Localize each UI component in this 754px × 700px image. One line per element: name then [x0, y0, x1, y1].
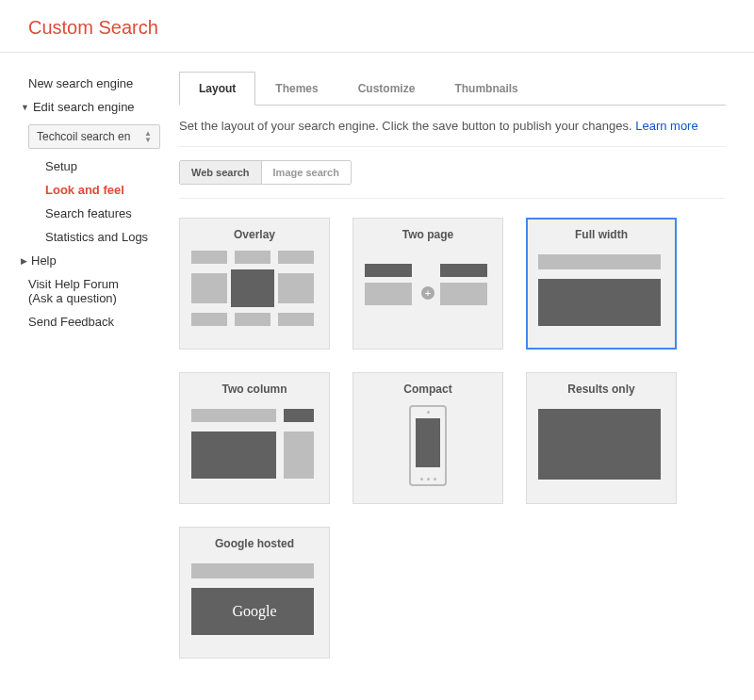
layout-overlay[interactable]: Overlay — [179, 218, 330, 350]
layout-title: Full width — [538, 228, 664, 241]
tab-customize[interactable]: Customize — [338, 72, 435, 106]
layout-compact[interactable]: Compact — [352, 372, 503, 504]
layout-title: Two page — [365, 228, 491, 241]
preview-overlay — [191, 251, 318, 335]
subtab-image-search[interactable]: Image search — [261, 161, 351, 184]
description: Set the layout of your search engine. Cl… — [179, 106, 726, 147]
layout-title: Google hosted — [191, 537, 318, 550]
subtabs: Web search Image search — [179, 160, 352, 185]
sidebar-help[interactable]: ▶ Help — [0, 249, 170, 272]
google-logo: Google — [232, 603, 276, 620]
plus-icon: + — [421, 286, 434, 300]
preview-google-hosted: Google — [191, 560, 318, 644]
sidebar-search-features[interactable]: Search features — [0, 202, 170, 225]
triangle-right-icon: ▶ — [21, 256, 27, 266]
layout-google-hosted[interactable]: Google hosted Google — [179, 527, 330, 659]
tabs: Layout Themes Customize Thumbnails — [179, 72, 726, 106]
tab-thumbnails[interactable]: Thumbnails — [434, 72, 537, 106]
sidebar-edit-label: Edit search engine — [33, 100, 135, 114]
preview-two-page: + — [365, 251, 491, 335]
preview-compact — [365, 405, 491, 490]
layout-full-width[interactable]: Full width — [526, 218, 677, 350]
layout-two-page[interactable]: Two page + — [352, 218, 503, 350]
layout-title: Compact — [365, 383, 491, 396]
preview-full-width — [538, 251, 664, 335]
updown-icon: ▲▼ — [144, 131, 152, 143]
layout-results-only[interactable]: Results only — [526, 372, 677, 504]
sidebar-new-engine[interactable]: New search engine — [0, 72, 170, 95]
triangle-down-icon: ▼ — [21, 103, 29, 112]
page-title: Custom Search — [28, 17, 726, 39]
layout-title: Two column — [191, 383, 318, 396]
layout-title: Results only — [538, 383, 664, 396]
tab-themes[interactable]: Themes — [255, 72, 337, 106]
engine-select-value: Techcoil search en — [37, 130, 130, 143]
preview-results-only — [538, 405, 664, 490]
tab-layout[interactable]: Layout — [179, 72, 255, 106]
sidebar-edit-engine[interactable]: ▼ Edit search engine — [0, 95, 170, 119]
layout-two-column[interactable]: Two column — [179, 372, 330, 504]
sidebar: New search engine ▼ Edit search engine T… — [0, 53, 170, 677]
sidebar-send-feedback[interactable]: Send Feedback — [0, 310, 170, 334]
layout-title: Overlay — [191, 228, 318, 241]
sidebar-look-and-feel[interactable]: Look and feel — [0, 178, 170, 202]
sidebar-help-label: Help — [31, 253, 57, 268]
learn-more-link[interactable]: Learn more — [635, 119, 697, 133]
preview-two-column — [191, 405, 318, 490]
sidebar-setup[interactable]: Setup — [0, 155, 170, 178]
sidebar-stats[interactable]: Statistics and Logs — [0, 225, 170, 249]
engine-select[interactable]: Techcoil search en ▲▼ — [28, 124, 160, 149]
sidebar-visit-forum[interactable]: Visit Help Forum (Ask a question) — [0, 272, 170, 310]
subtab-web-search[interactable]: Web search — [180, 161, 261, 184]
